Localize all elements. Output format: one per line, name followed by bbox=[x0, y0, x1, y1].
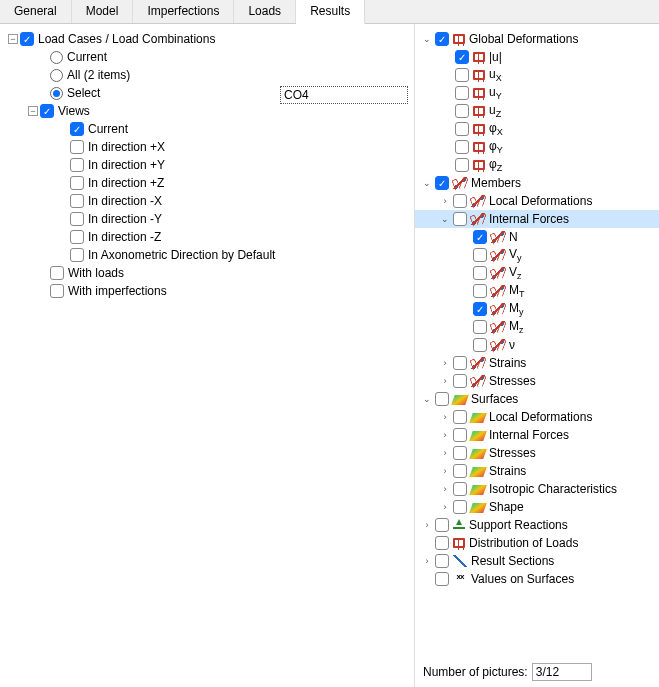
num-pictures-input[interactable] bbox=[532, 663, 592, 681]
chk-uz[interactable] bbox=[455, 104, 469, 118]
chevron-down-icon[interactable]: ⌄ bbox=[421, 393, 433, 405]
chk-vz[interactable] bbox=[473, 266, 487, 280]
chk-n[interactable]: ✓ bbox=[473, 230, 487, 244]
chk-view-mx[interactable] bbox=[70, 194, 84, 208]
chk-view-my[interactable] bbox=[70, 212, 84, 226]
tab-results[interactable]: Results bbox=[296, 0, 365, 24]
chk-s-internal[interactable] bbox=[453, 428, 467, 442]
surface-icon bbox=[469, 503, 487, 513]
chevron-right-icon[interactable]: › bbox=[439, 465, 451, 477]
chevron-right-icon[interactable]: › bbox=[439, 483, 451, 495]
lbl-strains: Strains bbox=[489, 356, 526, 370]
radio-current[interactable] bbox=[50, 51, 63, 64]
member-icon bbox=[471, 195, 485, 207]
chk-s-localdef[interactable] bbox=[453, 410, 467, 424]
chk-global-def[interactable]: ✓ bbox=[435, 32, 449, 46]
surface-icon bbox=[469, 431, 487, 441]
deform-icon bbox=[473, 142, 485, 152]
chk-uy[interactable] bbox=[455, 86, 469, 100]
chk-with-imperf[interactable] bbox=[50, 284, 64, 298]
radio-all[interactable] bbox=[50, 69, 63, 82]
chk-view-mz[interactable] bbox=[70, 230, 84, 244]
chk-u[interactable]: ✓ bbox=[455, 50, 469, 64]
collapse-views-icon[interactable]: − bbox=[28, 106, 38, 116]
chk-values-surf[interactable] bbox=[435, 572, 449, 586]
chk-view-pz[interactable] bbox=[70, 176, 84, 190]
chk-surfaces[interactable] bbox=[435, 392, 449, 406]
values-icon: xx bbox=[453, 572, 467, 586]
radio-select[interactable] bbox=[50, 87, 63, 100]
tab-model[interactable]: Model bbox=[72, 0, 134, 23]
chk-load-cases[interactable]: ✓ bbox=[20, 32, 34, 46]
lbl-s-internal: Internal Forces bbox=[489, 428, 569, 442]
chk-view-current[interactable]: ✓ bbox=[70, 122, 84, 136]
lbl-vy: Vy bbox=[509, 247, 522, 263]
chk-dist-loads[interactable] bbox=[435, 536, 449, 550]
chk-phiy[interactable] bbox=[455, 140, 469, 154]
lbl-with-loads: With loads bbox=[68, 266, 124, 280]
chk-view-px[interactable] bbox=[70, 140, 84, 154]
lbl-mz: Mz bbox=[509, 319, 524, 335]
chevron-right-icon[interactable]: › bbox=[421, 555, 433, 567]
chevron-right-icon[interactable]: › bbox=[439, 429, 451, 441]
chk-my[interactable]: ✓ bbox=[473, 302, 487, 316]
lbl-members: Members bbox=[471, 176, 521, 190]
chk-vy[interactable] bbox=[473, 248, 487, 262]
chk-support[interactable] bbox=[435, 518, 449, 532]
lbl-view-mx: In direction -X bbox=[88, 194, 162, 208]
section-icon bbox=[453, 555, 467, 567]
collapse-icon[interactable]: − bbox=[8, 34, 18, 44]
chk-s-stresses[interactable] bbox=[453, 446, 467, 460]
chk-result-sections[interactable] bbox=[435, 554, 449, 568]
deform-icon bbox=[473, 70, 485, 80]
distribution-icon bbox=[453, 538, 465, 548]
lbl-values-surf: Values on Surfaces bbox=[471, 572, 574, 586]
chk-view-py[interactable] bbox=[70, 158, 84, 172]
chevron-down-icon[interactable]: ⌄ bbox=[421, 177, 433, 189]
tab-imperfections[interactable]: Imperfections bbox=[133, 0, 234, 23]
member-icon bbox=[471, 375, 485, 387]
tab-general[interactable]: General bbox=[0, 0, 72, 23]
lbl-uy: uY bbox=[489, 85, 502, 101]
tab-loads[interactable]: Loads bbox=[234, 0, 296, 23]
chk-s-strains[interactable] bbox=[453, 464, 467, 478]
chk-local-def[interactable] bbox=[453, 194, 467, 208]
chk-s-shape[interactable] bbox=[453, 500, 467, 514]
chevron-right-icon[interactable]: › bbox=[439, 357, 451, 369]
member-icon bbox=[491, 321, 505, 333]
member-icon bbox=[471, 213, 485, 225]
chevron-down-icon[interactable]: ⌄ bbox=[421, 33, 433, 45]
lbl-load-cases: Load Cases / Load Combinations bbox=[38, 32, 215, 46]
chk-phiz[interactable] bbox=[455, 158, 469, 172]
chk-s-iso[interactable] bbox=[453, 482, 467, 496]
chevron-down-icon[interactable]: ⌄ bbox=[439, 213, 451, 225]
chevron-right-icon[interactable]: › bbox=[439, 195, 451, 207]
chk-mt[interactable] bbox=[473, 284, 487, 298]
chk-with-loads[interactable] bbox=[50, 266, 64, 280]
lbl-local-def: Local Deformations bbox=[489, 194, 592, 208]
chevron-right-icon[interactable]: › bbox=[439, 411, 451, 423]
lbl-mt: MT bbox=[509, 283, 525, 299]
lbl-support: Support Reactions bbox=[469, 518, 568, 532]
chevron-right-icon[interactable]: › bbox=[439, 375, 451, 387]
deform-icon bbox=[473, 160, 485, 170]
member-icon bbox=[491, 303, 505, 315]
select-value-input[interactable] bbox=[280, 86, 408, 104]
chk-internal-forces[interactable] bbox=[453, 212, 467, 226]
chevron-right-icon[interactable]: › bbox=[421, 519, 433, 531]
chk-mz[interactable] bbox=[473, 320, 487, 334]
chevron-right-icon[interactable]: › bbox=[439, 501, 451, 513]
lbl-my: My bbox=[509, 301, 524, 317]
chk-stresses[interactable] bbox=[453, 374, 467, 388]
chk-members[interactable]: ✓ bbox=[435, 176, 449, 190]
chk-nu[interactable] bbox=[473, 338, 487, 352]
lbl-result-sections: Result Sections bbox=[471, 554, 554, 568]
chk-view-axo[interactable] bbox=[70, 248, 84, 262]
lbl-s-localdef: Local Deformations bbox=[489, 410, 592, 424]
lbl-view-current: Current bbox=[88, 122, 128, 136]
chk-strains[interactable] bbox=[453, 356, 467, 370]
chk-phix[interactable] bbox=[455, 122, 469, 136]
chk-ux[interactable] bbox=[455, 68, 469, 82]
chevron-right-icon[interactable]: › bbox=[439, 447, 451, 459]
chk-views[interactable]: ✓ bbox=[40, 104, 54, 118]
